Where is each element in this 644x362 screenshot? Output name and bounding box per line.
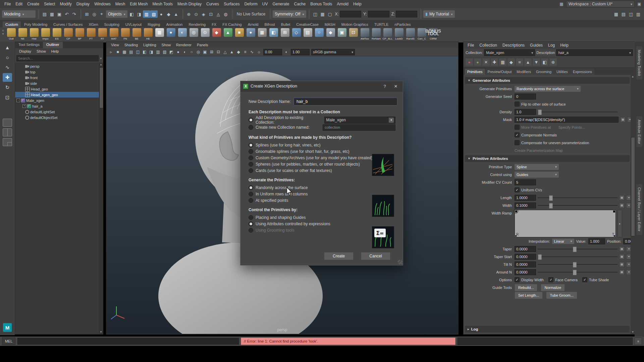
menu-item[interactable]: Edit Mesh xyxy=(127,0,150,8)
xgen-toolbar-icon[interactable]: ≡ xyxy=(516,58,523,66)
flip-surface-checkbox-row[interactable]: Flip to other side of surface xyxy=(515,102,630,107)
viewport-toolbar-icon[interactable]: ≡ xyxy=(242,49,249,55)
map-icon[interactable]: ▦ xyxy=(619,203,625,208)
shelf-item[interactable]: CP_ALL xyxy=(382,28,393,40)
map-icon[interactable]: ▦ xyxy=(619,262,625,267)
outliner-row[interactable]: - Male_xgen xyxy=(15,98,103,103)
separator[interactable] xyxy=(37,10,39,18)
shelf-tab[interactable]: Sculpting xyxy=(102,21,122,27)
viewport-toolbar-icon[interactable]: ▥ xyxy=(155,49,161,55)
xgen-tab[interactable]: Grooming xyxy=(534,69,554,75)
selection-mask-dropdown[interactable]: Objects xyxy=(106,10,127,18)
collection-dropdown[interactable]: Male_xgen xyxy=(484,49,535,56)
viewport-toolbar-icon[interactable]: ▤ xyxy=(128,49,135,55)
shelf-tab[interactable]: XGen xyxy=(86,21,101,27)
menu-item[interactable]: Curves xyxy=(204,0,221,8)
workspace-icon[interactable]: ▦ xyxy=(559,1,564,7)
viewport-menu-item[interactable]: Lighting xyxy=(141,43,159,47)
xgen-tab[interactable]: Utilities xyxy=(554,69,570,75)
separator[interactable] xyxy=(269,10,271,18)
snap-icon[interactable]: ◍ xyxy=(222,10,229,18)
dock-vertical-tab[interactable]: Attribute Editor xyxy=(636,116,642,147)
outliner-menu-item[interactable]: Show xyxy=(34,49,49,53)
tool-button[interactable]: ▲ xyxy=(3,43,12,52)
shelf-tab[interactable]: Motion Graphics xyxy=(339,21,371,27)
tool-button[interactable]: ∿ xyxy=(3,63,12,72)
viewport-menu-item[interactable]: View xyxy=(108,43,122,47)
mask-icon[interactable]: ▧ xyxy=(150,10,158,18)
primitive-attributes-header[interactable]: ▼ Primitive Attributes xyxy=(465,155,630,162)
shelf-item[interactable]: Outl xyxy=(6,28,17,40)
help-button[interactable]: ? xyxy=(380,82,389,90)
shelf-item[interactable]: Hist xyxy=(29,28,40,40)
shelf-item[interactable]: BP xyxy=(74,28,85,40)
shelf-item[interactable]: LookD xyxy=(393,28,405,40)
shelf-tab[interactable]: TURTLE xyxy=(372,21,391,27)
generator-attributes-header[interactable]: ▼ Generator Attributes xyxy=(465,77,630,84)
script-editor-icon[interactable]: ≡ xyxy=(635,338,642,345)
view-transform-dropdown[interactable]: sRGB gamma xyxy=(311,49,355,55)
shelf-item[interactable]: FN xyxy=(120,28,131,40)
snap-icon[interactable]: ⊕ xyxy=(185,10,193,18)
sidebar-toggle-icon[interactable]: ▥ xyxy=(635,10,642,18)
expander-icon[interactable]: - xyxy=(16,99,20,102)
description-dropdown[interactable]: hair_a xyxy=(556,49,633,56)
radio-icon[interactable] xyxy=(249,156,253,160)
attribute-slider[interactable] xyxy=(538,203,618,208)
dock-vertical-tab[interactable]: Channel Box / Layer Editor xyxy=(636,184,642,235)
xgen-menu-item[interactable]: Guides xyxy=(527,43,545,48)
selection-mode-icon[interactable]: ◎ xyxy=(91,10,98,18)
shelf-item[interactable]: ◎ xyxy=(188,28,199,40)
shelf-item[interactable]: ▦ xyxy=(154,28,165,40)
viewport-toolbar-icon[interactable]: ◫ xyxy=(135,49,141,55)
width-ramp-widget[interactable]: R T xyxy=(515,210,616,237)
outliner-row[interactable]: Head_geo xyxy=(15,86,103,92)
tutorial-dropdown[interactable]: ▮ My Tutorial xyxy=(423,10,454,18)
viewport-toolbar-icon[interactable]: ◩ xyxy=(168,49,175,55)
panel-tab[interactable]: Tool Settings xyxy=(15,42,43,48)
outliner-row[interactable]: defaultLightSet xyxy=(15,109,103,115)
workspace-dropdown[interactable]: Workspace : Custom UI* xyxy=(566,1,635,7)
shelf-item[interactable]: AMToo xyxy=(359,28,370,40)
close-icon[interactable]: ✕ xyxy=(391,82,400,90)
viewport-toolbar-icon[interactable]: ◆ xyxy=(235,49,242,55)
shelf-item[interactable]: HE xyxy=(143,28,154,40)
snap-icon[interactable]: ⊡ xyxy=(207,10,215,18)
generator-seed-input[interactable] xyxy=(515,94,536,100)
outliner-row[interactable]: front xyxy=(15,75,103,80)
shelf-tab[interactable]: Rendering xyxy=(186,21,208,27)
shelf-item[interactable]: RandS xyxy=(405,28,416,40)
xgen-tab[interactable]: Modifiers xyxy=(514,69,533,75)
option-checkbox-row[interactable]: Tube Shade xyxy=(582,277,609,282)
menu-item[interactable]: Mesh Tools xyxy=(150,0,175,8)
xgen-toolbar-icon[interactable]: ● xyxy=(474,58,481,66)
sidebar-toggle-icon[interactable]: ◫ xyxy=(627,10,635,18)
radio-icon[interactable] xyxy=(249,192,253,196)
mask-map-icon[interactable]: ▦ xyxy=(620,117,626,122)
option-checkbox[interactable] xyxy=(548,277,553,282)
shelf-item[interactable]: ○ xyxy=(314,28,325,40)
viewport-toolbar-icon[interactable]: △ xyxy=(222,49,228,55)
menu-item[interactable]: Deform xyxy=(242,0,260,8)
menu-item[interactable]: File xyxy=(2,0,13,8)
cv-count-input[interactable] xyxy=(515,179,536,185)
density-input[interactable] xyxy=(515,109,536,115)
shelf-tab[interactable]: Poly Modeling xyxy=(21,21,50,27)
density-slider[interactable] xyxy=(538,109,618,115)
control-using-dropdown[interactable]: Guides xyxy=(515,172,559,178)
generate-mode-radio-row[interactable]: Randomly across the surface xyxy=(249,184,403,191)
shelf-item[interactable]: BE xyxy=(131,28,142,40)
option-checkbox-row[interactable]: Display Width xyxy=(515,277,544,282)
viewport-toolbar-icon[interactable]: ● xyxy=(175,49,181,55)
viewport-menu-item[interactable]: Panels xyxy=(194,43,211,47)
map-icon[interactable]: ▦ xyxy=(619,195,625,200)
mask-icon[interactable]: ▲ xyxy=(172,10,180,18)
radio-icon[interactable] xyxy=(249,198,253,203)
viewport-toolbar-icon[interactable]: ▣ xyxy=(202,49,208,55)
selection-mode-icon[interactable]: ⌖ xyxy=(98,10,105,18)
four-pane-layout-button[interactable] xyxy=(3,138,12,146)
menu-item[interactable]: Arnold xyxy=(334,0,351,8)
existing-collection-radio-row[interactable]: Add Description to existing Collection: … xyxy=(249,116,403,124)
exposure-field[interactable]: 0.00 xyxy=(263,49,282,55)
shelf-tab[interactable]: Arnold xyxy=(245,21,261,27)
